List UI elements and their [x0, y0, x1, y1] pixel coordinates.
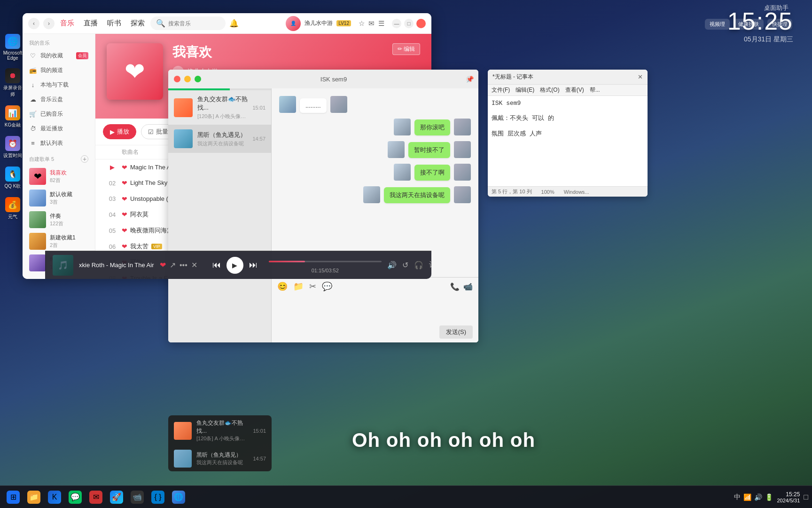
- desktop-icon-record[interactable]: ⏺ 录屏录音师: [2, 66, 23, 100]
- bar-close-btn[interactable]: ✕: [191, 261, 197, 270]
- kkbox-icon: K: [48, 491, 61, 504]
- tab-live[interactable]: 直播: [84, 19, 98, 28]
- notepad-content[interactable]: ISK sem9 佩戴：不夹头 可以 的 氛围 层次感 人声: [488, 96, 648, 186]
- sidebar-item-local[interactable]: ↓ 本地与下载: [23, 78, 95, 92]
- wechat-message-input[interactable]: [277, 295, 473, 324]
- desktop-icon-time[interactable]: ⏰ 设置时间: [2, 134, 23, 161]
- sidebar-playlist-backing[interactable]: 伴奏 122首: [23, 209, 95, 230]
- tab-music[interactable]: 音乐: [60, 19, 74, 28]
- taskbar-icon-start[interactable]: ⊞: [4, 488, 23, 507]
- widget-health[interactable]: 健康护肤: [734, 19, 764, 30]
- window-maximize-btn[interactable]: □: [404, 19, 414, 28]
- window-close-btn[interactable]: ✕: [416, 19, 426, 28]
- taskbar-battery-icon[interactable]: 🔋: [765, 493, 773, 501]
- file-btn[interactable]: 📁: [293, 281, 304, 292]
- tab-audiobook[interactable]: 听书: [107, 19, 121, 28]
- sidebar-item-recent[interactable]: ⏱ 最近播放: [23, 121, 95, 136]
- taskbar-icon-kkbox[interactable]: K: [45, 488, 64, 507]
- taskbar-icon-feishu[interactable]: 🚀: [107, 488, 126, 507]
- taskbar-volume-icon[interactable]: 🔊: [754, 493, 762, 501]
- notification-icon[interactable]: 🔔: [229, 19, 239, 28]
- wechat-chat-item-personal[interactable]: 黑听（鱼丸遇见） 我这两天在搞设备呢 14:57: [168, 125, 271, 153]
- user-avatar[interactable]: 👤: [286, 16, 301, 31]
- search-input[interactable]: [168, 20, 220, 27]
- play-button[interactable]: ▶ 播放: [103, 124, 136, 139]
- song-like-2[interactable]: ❤: [122, 179, 127, 187]
- tab-discover[interactable]: 探索: [131, 19, 145, 28]
- sidebar-item-purchased[interactable]: 🛒 已购音乐: [23, 107, 95, 121]
- favorites-icon[interactable]: ☆: [359, 19, 365, 28]
- message-icon[interactable]: ✉: [368, 19, 375, 28]
- wechat-pin-btn[interactable]: 📌: [466, 76, 473, 82]
- taskbar-icon-wechat[interactable]: 💬: [66, 488, 85, 507]
- lyrics-icon[interactable]: 词: [429, 260, 431, 270]
- wechat-chat-item-group[interactable]: 鱼丸交友群🐟不熟找... [120条] A 小晚头像帮做图... 15:01: [168, 90, 271, 125]
- taskbar-show-desktop-btn[interactable]: □: [804, 493, 808, 501]
- taskbar-icon-video[interactable]: 📹: [128, 488, 147, 507]
- scissors-btn[interactable]: ✂: [309, 281, 316, 292]
- taskbar-icon-code[interactable]: { }: [148, 488, 167, 507]
- sidebar-playlist-woixi[interactable]: ❤ 我喜欢 82首: [23, 166, 95, 187]
- bar-like-btn[interactable]: ❤: [160, 261, 166, 270]
- bar-more-btn[interactable]: •••: [180, 261, 187, 270]
- notepad-menu-file[interactable]: 文件(F): [492, 86, 510, 94]
- song-like-4[interactable]: ❤: [122, 211, 127, 218]
- wechat-maximize-btn[interactable]: [195, 76, 201, 82]
- sidebar-item-default-list[interactable]: ≡ 默认列表: [23, 136, 95, 151]
- add-playlist-button[interactable]: +: [81, 155, 88, 163]
- bar-share-btn[interactable]: ↗: [170, 261, 176, 270]
- msg-row-received-1: .........: [279, 96, 471, 113]
- notepad-menu-format[interactable]: 格式(O): [540, 86, 559, 94]
- widget-video[interactable]: 视频理: [705, 19, 730, 30]
- taskbar-icon-browser[interactable]: 🌐: [169, 488, 188, 507]
- msg-row-sent-5: 我这两天在搞设备呢: [279, 186, 471, 203]
- voice-call-btn[interactable]: 📞: [450, 282, 460, 291]
- play-pause-btn[interactable]: ▶: [226, 257, 243, 274]
- notepad-close-btn[interactable]: ✕: [638, 73, 643, 80]
- forward-button[interactable]: ›: [43, 18, 55, 29]
- desktop-icon-edge[interactable]: 🌐 Microsoft Edge: [2, 32, 23, 63]
- menu-icon[interactable]: ☰: [378, 19, 384, 28]
- song-like-5[interactable]: ❤: [122, 227, 127, 234]
- notepad-menu-help[interactable]: 帮...: [590, 86, 600, 94]
- sidebar-playlist-new-collect[interactable]: 新建收藏1 2首: [23, 230, 95, 252]
- search-box[interactable]: 🔍: [150, 16, 226, 30]
- sidebar-item-favorites[interactable]: ♡ 我的收藏 会员: [23, 48, 95, 63]
- edit-playlist-button[interactable]: ✏ 编辑: [392, 43, 420, 55]
- video-call-btn[interactable]: 📹: [463, 282, 473, 291]
- window-minimize-btn[interactable]: —: [392, 19, 401, 28]
- wechat-close-btn[interactable]: [174, 76, 180, 82]
- volume-icon[interactable]: 🔊: [387, 261, 397, 270]
- headphone-icon[interactable]: 🎧: [414, 261, 423, 270]
- widget-shortcut[interactable]: 快捷理: [767, 19, 792, 30]
- back-button[interactable]: ‹: [28, 18, 39, 29]
- song-like-3[interactable]: ❤: [122, 195, 127, 203]
- progress-area[interactable]: 01:15/03:52: [269, 257, 382, 273]
- chat-btn[interactable]: 💬: [322, 281, 332, 292]
- wechat-notification-popup[interactable]: 鱼丸交友群🐟不熟找... [120条] A 小晚头像帮做图... 15:01 黑…: [168, 415, 272, 471]
- prev-btn[interactable]: ⏮: [212, 260, 221, 270]
- desktop-icon-finance[interactable]: 📊 KG金融: [2, 103, 23, 130]
- wechat-send-button[interactable]: 发送(S): [439, 325, 473, 339]
- desktop-icon-qq[interactable]: 🐧 QQ K歌: [2, 165, 23, 191]
- sidebar-playlist-default-collect[interactable]: 默认收藏 3首: [23, 187, 95, 209]
- notepad-menu-view[interactable]: 查看(V): [565, 86, 584, 94]
- wechat-minimize-btn[interactable]: [184, 76, 191, 82]
- next-btn[interactable]: ⏭: [249, 260, 258, 270]
- song-like-1[interactable]: ❤: [122, 164, 127, 171]
- taskbar-wifi-icon[interactable]: 📶: [743, 493, 751, 501]
- progress-track[interactable]: [269, 257, 382, 266]
- taskbar-icon-mail[interactable]: ✉: [86, 488, 105, 507]
- msg-sender-avatar-5: [454, 186, 471, 203]
- popup-group-item[interactable]: 鱼丸交友群🐟不熟找... [120条] A 小晚头像帮做图... 15:01: [168, 415, 272, 446]
- taskbar-icon-explorer[interactable]: 📁: [24, 488, 43, 507]
- song-like-6[interactable]: ❤: [122, 243, 127, 250]
- popup-personal-item[interactable]: 黑听（鱼丸遇见） 我这两天在搞设备呢 14:57: [168, 446, 272, 471]
- sidebar-item-channel[interactable]: 📻 我的频道: [23, 63, 95, 78]
- repeat-icon[interactable]: ↺: [402, 261, 408, 270]
- taskbar-ime-icon[interactable]: 中: [734, 493, 741, 501]
- sidebar-item-cloud[interactable]: ☁ 音乐云盘: [23, 92, 95, 107]
- notepad-menu-edit[interactable]: 编辑(E): [515, 86, 534, 94]
- desktop-icon-wallet[interactable]: 💰 元气: [2, 195, 23, 222]
- emoji-btn[interactable]: 😊: [277, 281, 288, 292]
